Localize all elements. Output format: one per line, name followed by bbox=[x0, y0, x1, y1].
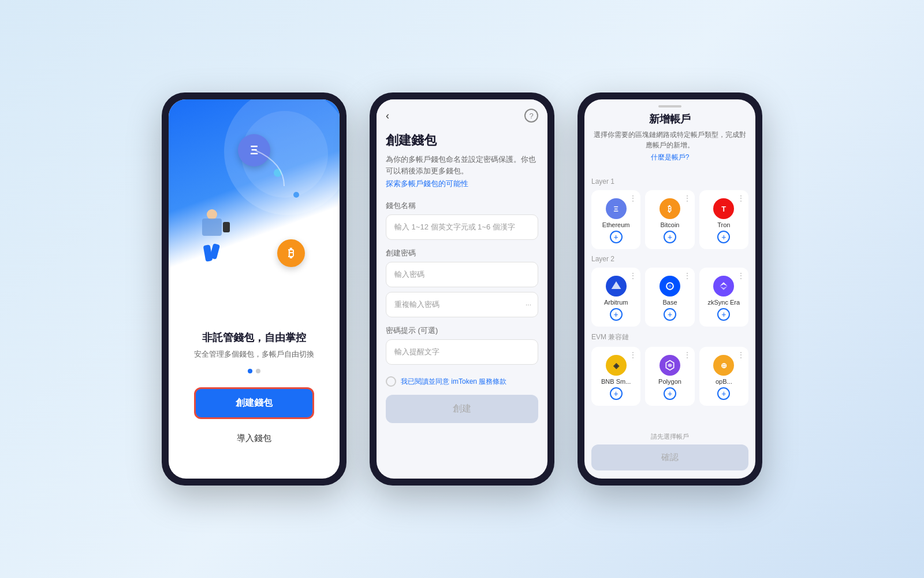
evm-label: EVM 兼容鏈 bbox=[591, 332, 748, 342]
footer-hint: 請先選擇帳戶 bbox=[651, 432, 689, 441]
dot-1 bbox=[248, 369, 252, 373]
evm-grid: ⋮ ◈ BNB Sm... + ⋮ Polygon + ⋮ bbox=[591, 347, 748, 406]
zksync-menu[interactable]: ⋮ bbox=[737, 271, 745, 280]
screen2-create: ‹ ? 創建錢包 為你的多帳戶錢包命名並設定密碼保護。你也可以稍後添加更多錢包。… bbox=[377, 99, 547, 479]
s2-body: 創建錢包 為你的多帳戶錢包命名並設定密碼保護。你也可以稍後添加更多錢包。 探索多… bbox=[377, 127, 547, 479]
s3-footer: 請先選擇帳戶 確認 bbox=[584, 428, 755, 479]
polygon-name: Polygon bbox=[658, 378, 681, 385]
bnb-card[interactable]: ⋮ ◈ BNB Sm... + bbox=[591, 347, 640, 406]
dot-2 bbox=[256, 369, 260, 373]
opb-menu[interactable]: ⋮ bbox=[737, 350, 745, 360]
walking-figure bbox=[192, 209, 232, 261]
what-is-account-link[interactable]: 什麼是帳戶? bbox=[594, 153, 746, 162]
opb-card[interactable]: ⋮ ⊕ opB... + bbox=[699, 347, 748, 406]
create-button: 創建 bbox=[386, 395, 538, 423]
base-add-btn[interactable]: + bbox=[664, 308, 676, 321]
create-wallet-button[interactable]: 創建錢包 bbox=[194, 387, 314, 419]
bitcoin-add-btn[interactable]: + bbox=[664, 231, 676, 243]
base-icon bbox=[660, 276, 680, 297]
terms-row: 我已閱讀並同意 imToken 服務條款 bbox=[386, 376, 538, 387]
bitcoin-name: Bitcoin bbox=[660, 221, 679, 228]
back-button[interactable]: ‹ bbox=[386, 110, 389, 122]
s3-header: 新增帳戶 選擇你需要的區塊鏈網路或特定帳戶類型，完成對應帳戶的新增。 什麼是帳戶… bbox=[584, 112, 755, 167]
terms-link[interactable]: imToken 服務條款 bbox=[451, 377, 506, 386]
base-name: Base bbox=[662, 299, 677, 306]
help-button[interactable]: ? bbox=[524, 109, 538, 123]
zksync-name: zkSync Era bbox=[708, 299, 740, 306]
bitcoin-card[interactable]: ⋮ ₿ Bitcoin + bbox=[645, 190, 694, 249]
password-label: 創建密碼 bbox=[386, 248, 538, 258]
s2-header: ‹ ? bbox=[377, 99, 547, 127]
password-input[interactable]: 輸入密碼 bbox=[386, 262, 538, 287]
import-wallet-button[interactable]: 導入錢包 bbox=[194, 426, 314, 451]
create-title: 創建錢包 bbox=[386, 132, 538, 149]
screen1-welcome: Ξ ₿ bbox=[169, 99, 340, 479]
base-menu[interactable]: ⋮ bbox=[683, 271, 691, 280]
terms-checkbox[interactable] bbox=[386, 376, 396, 387]
add-account-title: 新增帳戶 bbox=[594, 112, 746, 126]
polygon-card[interactable]: ⋮ Polygon + bbox=[645, 347, 694, 406]
bitcoin-menu[interactable]: ⋮ bbox=[683, 194, 691, 203]
confirm-password-row: 重複輸入密碼 ··· bbox=[386, 292, 538, 317]
polygon-icon bbox=[660, 355, 680, 376]
ethereum-icon: Ξ bbox=[606, 198, 627, 219]
bnb-menu[interactable]: ⋮ bbox=[629, 350, 637, 360]
arbitrum-name: Arbitrum bbox=[604, 299, 628, 306]
arbitrum-add-btn[interactable]: + bbox=[610, 308, 623, 321]
add-account-desc: 選擇你需要的區塊鏈網路或特定帳戶類型，完成對應帳戶的新增。 bbox=[594, 129, 746, 150]
polygon-menu[interactable]: ⋮ bbox=[683, 350, 691, 360]
explore-link[interactable]: 探索多帳戶錢包的可能性 bbox=[386, 179, 538, 189]
bnb-name: BNB Sm... bbox=[601, 378, 631, 385]
connector-line bbox=[238, 134, 296, 192]
btc-coin: ₿ bbox=[277, 239, 305, 267]
help-icon: ? bbox=[529, 112, 533, 120]
screen1-content: 非託管錢包，自由掌控 安全管理多個錢包，多帳戶自由切換 創建錢包 導入錢包 bbox=[180, 319, 328, 479]
opb-add-btn[interactable]: + bbox=[717, 387, 730, 400]
s3-body: Layer 1 ⋮ Ξ Ethereum + ⋮ ₿ Bitcoin + bbox=[584, 167, 755, 428]
base-card[interactable]: ⋮ Base + bbox=[645, 268, 694, 327]
zksync-card[interactable]: ⋮ zkSync Era + bbox=[699, 268, 748, 327]
arbitrum-card[interactable]: ⋮ Arbitrum + bbox=[591, 268, 640, 327]
svg-marker-0 bbox=[611, 281, 621, 289]
tron-card[interactable]: ⋮ T Tron + bbox=[699, 190, 748, 249]
ethereum-name: Ethereum bbox=[602, 221, 630, 228]
bnb-add-btn[interactable]: + bbox=[610, 387, 623, 400]
wallet-name-input[interactable]: 輸入 1~12 個英文字元或 1~6 個漢字 bbox=[386, 214, 538, 240]
ethereum-add-btn[interactable]: + bbox=[610, 231, 623, 243]
phone-3: 新增帳戶 選擇你需要的區塊鏈網路或特定帳戶類型，完成對應帳戶的新增。 什麼是帳戶… bbox=[578, 92, 762, 486]
hero-section: Ξ ₿ bbox=[169, 99, 340, 319]
hint-input[interactable]: 輸入提醒文字 bbox=[386, 339, 538, 365]
svg-point-2 bbox=[668, 285, 671, 288]
layer1-label: Layer 1 bbox=[591, 177, 748, 186]
zksync-add-btn[interactable]: + bbox=[717, 308, 730, 321]
welcome-subtitle: 安全管理多個錢包，多帳戶自由切換 bbox=[194, 349, 314, 360]
arbitrum-icon bbox=[606, 276, 627, 297]
figure-jacket bbox=[202, 218, 222, 236]
tron-name: Tron bbox=[717, 221, 730, 228]
create-desc: 為你的多帳戶錢包命名並設定密碼保護。你也可以稍後添加更多錢包。 bbox=[386, 154, 538, 176]
tron-icon: T bbox=[713, 198, 734, 219]
bitcoin-icon: ₿ bbox=[660, 198, 680, 219]
arbitrum-menu[interactable]: ⋮ bbox=[629, 271, 637, 280]
ethereum-card[interactable]: ⋮ Ξ Ethereum + bbox=[591, 190, 640, 249]
wallet-name-label: 錢包名稱 bbox=[386, 201, 538, 211]
terms-text: 我已閱讀並同意 imToken 服務條款 bbox=[401, 377, 506, 387]
figure-leg2 bbox=[210, 243, 220, 260]
layer2-label: Layer 2 bbox=[591, 255, 748, 263]
opb-icon: ⊕ bbox=[713, 355, 734, 376]
zksync-icon bbox=[713, 276, 734, 297]
ethereum-menu[interactable]: ⋮ bbox=[629, 194, 637, 203]
eye-icon: ··· bbox=[526, 301, 531, 309]
drag-handle bbox=[658, 105, 681, 108]
terms-label: 我已閱讀並同意 bbox=[401, 377, 451, 386]
polygon-add-btn[interactable]: + bbox=[664, 387, 676, 400]
figure-phone bbox=[223, 222, 230, 232]
confirm-button: 確認 bbox=[591, 444, 748, 470]
screen3-add-account: 新增帳戶 選擇你需要的區塊鏈網路或特定帳戶類型，完成對應帳戶的新增。 什麼是帳戶… bbox=[584, 99, 755, 479]
phone-2: ‹ ? 創建錢包 為你的多帳戶錢包命名並設定密碼保護。你也可以稍後添加更多錢包。… bbox=[370, 92, 554, 486]
tron-menu[interactable]: ⋮ bbox=[737, 194, 745, 203]
tron-add-btn[interactable]: + bbox=[717, 231, 730, 243]
decorative-dot2 bbox=[293, 192, 299, 198]
pagination-dots bbox=[248, 369, 260, 373]
confirm-password-input[interactable]: 重複輸入密碼 bbox=[386, 292, 538, 317]
